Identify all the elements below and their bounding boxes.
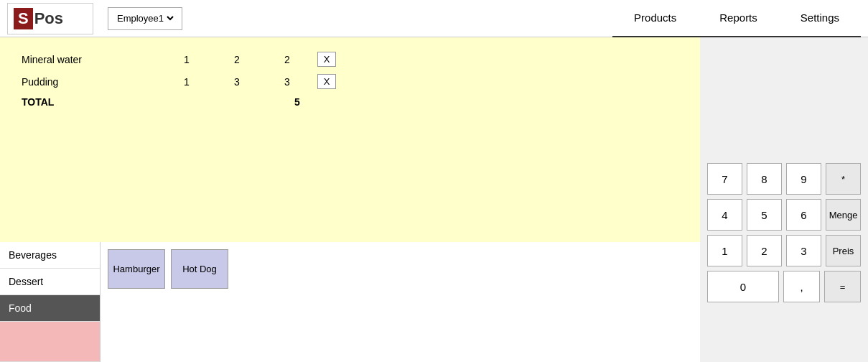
num-equals[interactable]: =: [824, 271, 861, 302]
employee-selector[interactable]: Employee1: [108, 7, 182, 30]
order-total-row: TOTAL 5: [22, 96, 678, 108]
order-table: Mineral water 1 2 2 X Pudding 1 3 3 X: [22, 52, 678, 108]
total-label: TOTAL: [22, 96, 165, 108]
item-total: 2: [266, 54, 309, 65]
remove-item-button-1[interactable]: X: [317, 74, 337, 89]
item-name: Mineral water: [22, 54, 165, 65]
numpad-row-2: 4 5 6 Menge: [707, 199, 861, 231]
order-area: Mineral water 1 2 2 X Pudding 1 3 3 X: [0, 37, 700, 242]
numpad-row-4: 0 , =: [707, 271, 861, 302]
num-comma[interactable]: ,: [783, 271, 820, 302]
num-4[interactable]: 4: [707, 199, 742, 231]
left-panel: Mineral water 1 2 2 X Pudding 1 3 3 X: [0, 37, 700, 362]
table-row: Pudding 1 3 3 X: [22, 74, 678, 89]
nav-reports[interactable]: Reports: [698, 0, 779, 37]
remove-item-button-0[interactable]: X: [317, 52, 337, 67]
num-multiply[interactable]: *: [826, 163, 861, 195]
item-name: Pudding: [22, 76, 165, 88]
category-dessert[interactable]: Dessert: [0, 269, 100, 295]
categories-list: Beverages Dessert Food: [0, 242, 101, 362]
item-qty: 1: [165, 54, 208, 65]
remove-item-action: X: [309, 52, 345, 67]
num-8[interactable]: 8: [747, 163, 782, 195]
numpad-row-3: 1 2 3 Preis: [707, 235, 861, 266]
item-price: 3: [208, 76, 266, 88]
logo-s-letter: S: [14, 8, 33, 29]
nav-products[interactable]: Products: [612, 0, 698, 37]
employee-dropdown[interactable]: Employee1: [114, 12, 176, 24]
numpad: 7 8 9 * 4 5 6 Menge 1 2 3 Preis 0 , =: [700, 156, 868, 362]
item-qty: 1: [165, 76, 208, 88]
logo-pos-text: Pos: [34, 9, 63, 28]
item-total: 3: [266, 76, 309, 88]
num-menge[interactable]: Menge: [826, 199, 861, 231]
nav-settings[interactable]: Settings: [779, 0, 861, 37]
header-nav: Products Reports Settings: [612, 0, 861, 37]
products-panel: Hamburger Hot Dog: [101, 242, 700, 362]
num-9[interactable]: 9: [786, 163, 821, 195]
num-preis[interactable]: Preis: [826, 235, 861, 266]
logo: S Pos: [7, 3, 93, 34]
num-0[interactable]: 0: [707, 271, 779, 302]
product-hotdog[interactable]: Hot Dog: [171, 249, 228, 289]
category-beverages[interactable]: Beverages: [0, 242, 100, 269]
main-area: Mineral water 1 2 2 X Pudding 1 3 3 X: [0, 37, 868, 362]
num-6[interactable]: 6: [786, 199, 821, 231]
product-hamburger[interactable]: Hamburger: [108, 249, 165, 289]
grand-total-value: 5: [294, 96, 300, 108]
num-3[interactable]: 3: [786, 235, 821, 266]
num-2[interactable]: 2: [747, 235, 782, 266]
item-price: 2: [208, 54, 266, 65]
category-empty: [0, 322, 100, 362]
category-food[interactable]: Food: [0, 295, 100, 322]
numpad-row-1: 7 8 9 *: [707, 163, 861, 195]
category-panel: Beverages Dessert Food Hamburger Hot Dog: [0, 242, 700, 362]
table-row: Mineral water 1 2 2 X: [22, 52, 678, 67]
header: S Pos Employee1 Products Reports Setting…: [0, 0, 868, 37]
num-5[interactable]: 5: [747, 199, 782, 231]
num-1[interactable]: 1: [707, 235, 742, 266]
remove-item-action: X: [309, 74, 345, 89]
num-7[interactable]: 7: [707, 163, 742, 195]
